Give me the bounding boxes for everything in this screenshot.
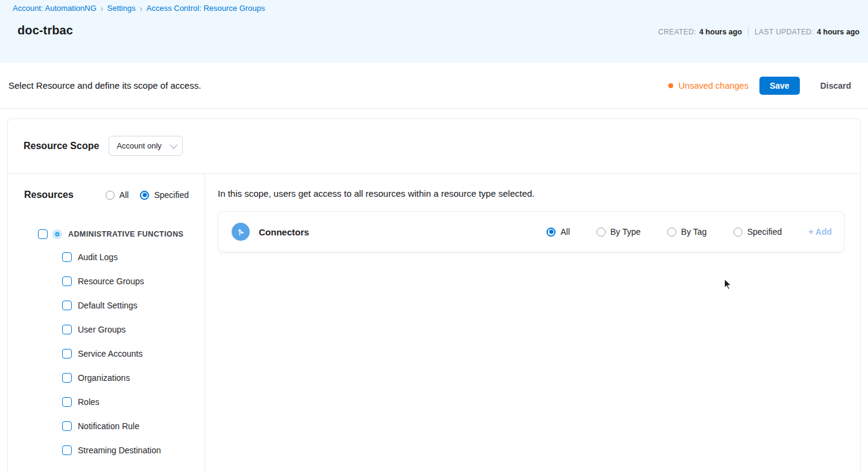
toolbar-description: Select Resource and define its scope of …: [8, 80, 201, 91]
resource-type-label: Default Settings: [78, 301, 138, 310]
checkbox-icon[interactable]: [62, 325, 72, 334]
title-row: doc-trbac CREATED: 4 hours ago LAST UPDA…: [13, 13, 860, 37]
radio-icon: [546, 228, 556, 237]
checkbox-icon[interactable]: [62, 349, 72, 359]
page-title: doc-trbac: [17, 24, 73, 37]
page-header: Account: AutomationNG › Settings › Acces…: [0, 0, 868, 63]
connectors-access-option[interactable]: By Type: [597, 227, 641, 237]
radio-label: By Type: [610, 227, 641, 237]
checkbox-icon[interactable]: [62, 397, 72, 407]
unsaved-dot-icon: [668, 83, 673, 88]
chevron-down-icon: [169, 141, 177, 149]
content-area: Resource Scope Account only Resources A: [0, 109, 868, 472]
resource-type-label: Notification Rule: [78, 421, 139, 431]
resources-mode-option[interactable]: Specified: [140, 190, 189, 200]
resource-group-card: Resource Scope Account only Resources A: [7, 118, 861, 472]
resource-scope-selected-value: Account only: [116, 141, 161, 150]
resource-type-list: Audit Logs Resource Groups Default Setti…: [24, 245, 189, 462]
resource-type-item[interactable]: Organizations: [24, 366, 189, 390]
checkbox-icon[interactable]: [62, 445, 72, 455]
timestamps: CREATED: 4 hours ago LAST UPDATED: 4 hou…: [658, 27, 860, 37]
connectors-access-radios: All By Type By Tag Specified: [546, 227, 782, 237]
radio-label: All: [119, 190, 129, 200]
resource-type-item[interactable]: Default Settings: [24, 293, 189, 317]
divider: [748, 27, 749, 37]
resource-type-label: Resource Groups: [78, 276, 144, 286]
created-label: CREATED:: [658, 28, 696, 36]
resources-header: Resources All Specified: [24, 190, 189, 200]
unsaved-changes-label: Unsaved changes: [679, 81, 749, 91]
scope-note: In this scope, users get access to all r…: [218, 188, 844, 199]
radio-icon: [140, 191, 149, 200]
resources-title: Resources: [24, 190, 74, 200]
connectors-icon: [232, 223, 250, 241]
resource-type-item[interactable]: Resource Groups: [24, 269, 189, 293]
resource-group-admin-functions[interactable]: ADMINISTRATIVE FUNCTIONS: [24, 227, 189, 241]
breadcrumb: Account: AutomationNG › Settings › Acces…: [13, 3, 860, 13]
resource-type-item[interactable]: User Groups: [24, 317, 189, 342]
radio-icon: [667, 228, 676, 237]
resource-type-label: Audit Logs: [78, 252, 118, 262]
checkbox-icon[interactable]: [62, 373, 72, 383]
breadcrumb-link[interactable]: Account: AutomationNG: [13, 4, 97, 13]
created-value: 4 hours ago: [699, 28, 742, 36]
updated-label: LAST UPDATED:: [755, 28, 814, 36]
toolbar: Select Resource and define its scope of …: [0, 63, 868, 109]
radio-label: By Tag: [681, 227, 707, 237]
resource-type-label: User Groups: [78, 325, 125, 334]
breadcrumb-link[interactable]: Settings: [107, 4, 136, 13]
radio-label: Specified: [747, 227, 782, 237]
connectors-label: Connectors: [259, 227, 309, 237]
add-button[interactable]: + Add: [808, 227, 832, 237]
card-body: Resources All Specified: [8, 174, 860, 472]
connectors-access-option[interactable]: Specified: [733, 227, 782, 237]
checkbox-icon[interactable]: [62, 421, 72, 431]
breadcrumb-separator: ›: [140, 3, 142, 13]
breadcrumb-separator: ›: [101, 3, 103, 13]
radio-label: All: [560, 227, 570, 237]
resources-mode-radios: All Specified: [106, 190, 189, 200]
resources-panel: Resources All Specified: [8, 174, 205, 472]
toolbar-actions: Unsaved changes Save Discard: [668, 77, 851, 95]
resources-tree: ADMINISTRATIVE FUNCTIONS Audit Logs Reso…: [24, 227, 189, 462]
resource-type-item[interactable]: Roles: [24, 390, 189, 414]
save-button[interactable]: Save: [759, 77, 800, 95]
account-scope-icon: [52, 229, 62, 239]
resource-type-item[interactable]: Notification Rule: [24, 414, 189, 438]
updated-value: 4 hours ago: [817, 28, 860, 36]
radio-icon: [106, 191, 115, 200]
resource-type-label: Service Accounts: [78, 349, 142, 359]
radio-icon: [597, 228, 606, 237]
unsaved-changes-indicator: Unsaved changes: [668, 81, 749, 91]
radio-icon: [733, 228, 743, 237]
discard-button[interactable]: Discard: [820, 81, 851, 91]
connectors-row: Connectors All By Type By T: [218, 211, 844, 252]
resource-type-item[interactable]: Streaming Destination: [24, 438, 189, 462]
connectors-access-option[interactable]: By Tag: [667, 227, 707, 237]
radio-label: Specified: [154, 190, 189, 200]
resource-type-label: Roles: [78, 397, 100, 407]
breadcrumb-link[interactable]: Access Control: Resource Groups: [147, 4, 265, 13]
resource-scope-label: Resource Scope: [24, 141, 99, 151]
resource-type-item[interactable]: Audit Logs: [24, 245, 189, 269]
resource-group-detail-page: Account: AutomationNG › Settings › Acces…: [0, 0, 868, 472]
checkbox-icon[interactable]: [62, 301, 72, 310]
resource-scope-section: Resource Scope Account only: [8, 119, 860, 174]
resource-category-label: ADMINISTRATIVE FUNCTIONS: [68, 230, 183, 238]
resources-mode-option[interactable]: All: [106, 190, 129, 200]
resource-type-label: Streaming Destination: [78, 445, 161, 455]
checkbox-icon[interactable]: [38, 229, 48, 239]
resource-type-item[interactable]: Service Accounts: [24, 342, 189, 366]
main-area: In this scope, users get access to all r…: [205, 174, 860, 472]
resource-type-label: Organizations: [78, 373, 130, 383]
checkbox-icon[interactable]: [62, 276, 72, 286]
checkbox-icon[interactable]: [62, 252, 72, 262]
connectors-access-option[interactable]: All: [546, 227, 570, 237]
resource-scope-select[interactable]: Account only: [109, 136, 182, 156]
